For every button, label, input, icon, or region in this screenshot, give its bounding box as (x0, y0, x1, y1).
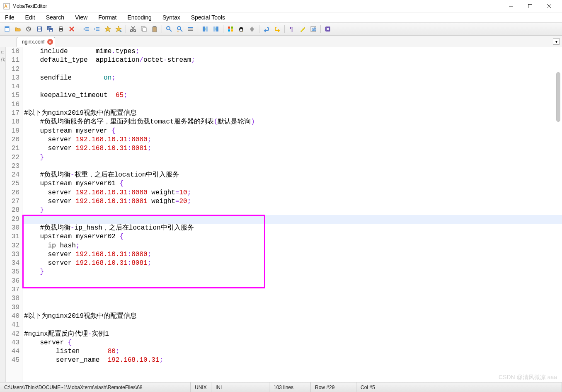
compare-right-icon[interactable] (211, 24, 220, 34)
menu-encoding[interactable]: Encoding (127, 14, 151, 21)
special-chars-icon[interactable]: ab (309, 24, 318, 34)
outdent-icon[interactable] (82, 24, 91, 34)
line-number: 29 (6, 215, 19, 224)
code-line[interactable]: #负载均衡服务的名字，里面列出负载tomact服务器的列表(默认是轮询) (22, 118, 562, 126)
code-line[interactable] (22, 303, 562, 312)
code-line[interactable]: #以下为nginx2019视频中的配置信息 (22, 312, 562, 321)
tab-nginx-conf[interactable]: nginx.conf × (17, 37, 55, 47)
scroll-thumb[interactable] (556, 72, 560, 122)
code-area[interactable]: include mime.types; default_type applica… (22, 47, 562, 382)
cut-icon[interactable] (128, 24, 138, 34)
code-line[interactable]: server 192.168.10.31:8080; (22, 136, 562, 144)
menu-syntax[interactable]: Syntax (162, 14, 180, 21)
highlighter-icon[interactable] (298, 24, 307, 34)
code-line[interactable] (22, 65, 562, 74)
tab-overflow-button[interactable]: ▾ (553, 38, 560, 45)
code-line[interactable]: #nginx配置反向代理-实例1 (22, 330, 562, 339)
windows-format-icon[interactable] (226, 24, 235, 34)
code-line[interactable]: include mime.types; (22, 47, 562, 56)
code-line[interactable]: #负载均衡-权重，之后在location中引入服务 (22, 171, 562, 179)
line-number: 27 (6, 197, 19, 206)
open-folder-icon[interactable] (13, 24, 22, 34)
indent-icon[interactable] (92, 24, 102, 34)
code-line[interactable]: default_type application/octet-stream; (22, 56, 562, 65)
code-line[interactable]: } (22, 206, 562, 215)
redo-icon[interactable] (273, 24, 282, 34)
tab-close-icon[interactable]: × (47, 39, 53, 45)
linux-format-icon[interactable] (237, 24, 246, 34)
svg-rect-26 (203, 27, 205, 31)
print-icon[interactable] (56, 24, 65, 34)
code-line[interactable]: server 192.168.10.31:8080 weight=10; (22, 189, 562, 197)
svg-rect-32 (228, 29, 230, 31)
bookmark-goto-icon[interactable] (114, 24, 123, 34)
save-all-icon[interactable] (46, 24, 55, 34)
toolbar-separator (223, 25, 223, 33)
status-col: Col #5 (356, 382, 562, 392)
code-line[interactable]: keepalive_timeout 65; (22, 91, 562, 100)
undo-icon[interactable] (262, 24, 271, 34)
line-number: 30 (6, 224, 19, 232)
find-replace-icon[interactable] (175, 24, 184, 34)
menu-file[interactable]: File (5, 14, 15, 21)
line-number: 44 (6, 347, 19, 356)
close-button[interactable] (540, 0, 559, 12)
code-line[interactable]: upstream myserver02 { (22, 232, 562, 241)
code-line[interactable]: } (22, 268, 562, 276)
menu-view[interactable]: View (75, 14, 87, 21)
svg-rect-20 (153, 26, 156, 27)
code-line[interactable]: server 192.168.10.31:8081; (22, 144, 562, 153)
menu-edit[interactable]: Edit (25, 14, 35, 21)
copy-icon[interactable] (139, 24, 148, 34)
code-line[interactable] (22, 82, 562, 91)
code-line[interactable]: } (22, 153, 562, 162)
code-line[interactable] (22, 162, 562, 171)
code-line[interactable]: sendfile on; (22, 74, 562, 82)
line-number: 14 (6, 82, 19, 91)
svg-point-21 (167, 27, 170, 30)
menu-search[interactable]: Search (46, 14, 64, 21)
code-line[interactable]: server_name 192.168.10.31; (22, 356, 562, 365)
save-icon[interactable] (35, 24, 44, 34)
goto-line-icon[interactable] (186, 24, 195, 34)
code-line[interactable] (22, 321, 562, 329)
find-icon[interactable] (165, 24, 174, 34)
code-line[interactable]: upstream myserver { (22, 127, 562, 136)
code-line[interactable]: #负载均衡-ip_hash，之后在location中引入服务 (22, 224, 562, 232)
vertical-scrollbar[interactable] (556, 47, 561, 382)
code-line[interactable]: listen 80; (22, 347, 562, 356)
code-line[interactable]: server 192.168.10.31:8080; (22, 250, 562, 259)
regex-icon[interactable] (323, 24, 332, 34)
code-line[interactable]: server 192.168.10.31:8081 weight=20; (22, 197, 562, 206)
code-line[interactable]: server { (22, 339, 562, 347)
code-line[interactable] (22, 215, 562, 224)
line-number: 37 (6, 286, 19, 294)
code-line[interactable]: upstream myserver01 { (22, 179, 562, 188)
pilcrow-icon[interactable]: ¶ (287, 24, 296, 34)
code-line[interactable]: #以下为nginx2019视频中的配置信息 (22, 109, 562, 118)
line-number: 45 (6, 356, 19, 365)
code-line[interactable] (22, 100, 562, 109)
reload-icon[interactable] (24, 24, 33, 34)
line-number: 38 (6, 294, 19, 303)
code-line[interactable] (22, 286, 562, 294)
close-icon[interactable] (67, 24, 76, 34)
line-number: 19 (6, 127, 19, 136)
paste-icon[interactable] (150, 24, 159, 34)
bookmark-add-icon[interactable] (103, 24, 112, 34)
line-number: 22 (6, 153, 19, 162)
menu-format[interactable]: Format (98, 14, 116, 21)
mac-format-icon[interactable] (247, 24, 257, 34)
window-title: MobaTextEditor (12, 3, 501, 9)
maximize-button[interactable] (521, 0, 540, 12)
minimize-button[interactable] (501, 0, 521, 12)
code-line[interactable]: ip_hash; (22, 242, 562, 250)
line-number: 25 (6, 179, 19, 188)
compare-left-icon[interactable] (201, 24, 210, 34)
editor[interactable]: 1011121314151617181920212223242526272829… (6, 47, 562, 382)
new-file-icon[interactable] (2, 24, 12, 34)
code-line[interactable] (22, 277, 562, 286)
menu-special-tools[interactable]: Special Tools (191, 14, 225, 21)
code-line[interactable]: server 192.168.10.31:8081; (22, 259, 562, 268)
code-line[interactable] (22, 294, 562, 303)
